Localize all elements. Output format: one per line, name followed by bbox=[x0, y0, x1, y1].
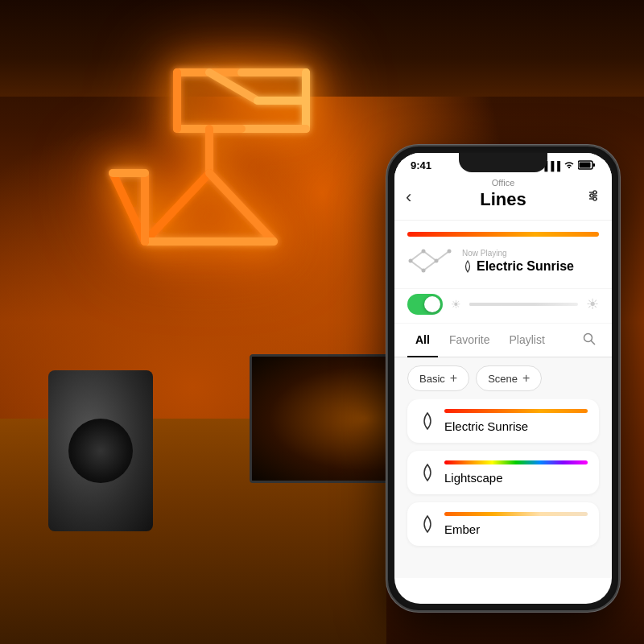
status-icons: ▐▐▐ bbox=[542, 160, 596, 171]
nanoleaf-lines-display bbox=[80, 48, 338, 274]
app-header: ‹ Office Lines bbox=[394, 175, 612, 221]
scene-gradient-electric-sunrise bbox=[444, 409, 588, 413]
svg-rect-17 bbox=[593, 163, 596, 167]
scene-info-ember: Ember bbox=[444, 512, 588, 536]
svg-line-7 bbox=[145, 173, 209, 242]
header-location: Office bbox=[407, 178, 599, 188]
svg-point-23 bbox=[593, 197, 597, 200]
now-playing-row: Now Playing Electric Sunrise bbox=[407, 245, 599, 277]
svg-line-25 bbox=[423, 251, 436, 261]
svg-line-26 bbox=[436, 251, 449, 261]
brightness-high-icon: ☀ bbox=[586, 295, 599, 313]
svg-line-10 bbox=[113, 173, 145, 242]
svg-point-31 bbox=[435, 259, 439, 263]
svg-line-13 bbox=[209, 72, 258, 101]
scene-gradient-ember bbox=[444, 512, 588, 516]
svg-point-19 bbox=[593, 191, 597, 194]
speaker bbox=[48, 370, 153, 531]
phone-device: 9:41 ▐▐▐ bbox=[386, 145, 620, 612]
now-playing-name: Electric Sunrise bbox=[462, 259, 599, 274]
scene-info-electric-sunrise: Electric Sunrise bbox=[444, 409, 588, 433]
screen-content: 9:41 ▐▐▐ bbox=[394, 153, 612, 578]
scene-gradient-lightscape bbox=[444, 460, 588, 464]
lines-device-icon bbox=[407, 245, 452, 277]
now-playing-section: Now Playing Electric Sunrise bbox=[394, 221, 612, 289]
scene-card-electric-sunrise[interactable]: Electric Sunrise bbox=[407, 399, 599, 443]
now-playing-label: Now Playing bbox=[462, 249, 599, 258]
svg-point-29 bbox=[409, 259, 413, 263]
brightness-low-icon: ☀ bbox=[451, 298, 461, 311]
scene-label: Scene bbox=[488, 373, 518, 385]
svg-rect-16 bbox=[580, 162, 591, 167]
phone-screen: 9:41 ▐▐▐ bbox=[394, 153, 612, 604]
settings-button[interactable] bbox=[586, 188, 601, 206]
basic-button[interactable]: Basic + bbox=[407, 365, 469, 391]
phone-body: 9:41 ▐▐▐ bbox=[386, 145, 620, 612]
scene-list-area: Basic + Scene + bbox=[394, 357, 612, 578]
scene-list: Electric Sunrise Lightscape bbox=[394, 399, 612, 554]
tab-all[interactable]: All bbox=[407, 324, 438, 357]
brightness-row: ☀ ☀ bbox=[394, 289, 612, 324]
wifi-icon bbox=[564, 160, 575, 171]
now-playing-info: Now Playing Electric Sunrise bbox=[462, 249, 599, 274]
svg-point-21 bbox=[590, 194, 593, 197]
now-playing-gradient bbox=[407, 232, 599, 237]
tab-favorite[interactable]: Favorite bbox=[441, 324, 498, 357]
tab-playlist[interactable]: Playlist bbox=[501, 324, 552, 357]
drop-icon bbox=[462, 259, 473, 274]
drop-icon-electric-sunrise bbox=[419, 411, 436, 431]
scene-button[interactable]: Scene + bbox=[476, 365, 542, 391]
brightness-slider[interactable] bbox=[469, 303, 578, 306]
scene-card-lightscape[interactable]: Lightscape bbox=[407, 451, 599, 494]
back-button[interactable]: ‹ bbox=[406, 187, 411, 208]
basic-label: Basic bbox=[419, 373, 445, 385]
svg-point-30 bbox=[422, 250, 426, 254]
status-time: 9:41 bbox=[411, 159, 431, 171]
basic-plus-icon: + bbox=[450, 371, 457, 386]
scene-name-lightscape: Lightscape bbox=[444, 471, 588, 485]
scene-name-electric-sunrise: Electric Sunrise bbox=[444, 419, 588, 433]
scene-name-ember: Ember bbox=[444, 522, 588, 536]
svg-point-32 bbox=[448, 250, 452, 254]
drop-icon-ember bbox=[419, 514, 436, 535]
scene-plus-icon: + bbox=[522, 371, 530, 386]
search-icon[interactable] bbox=[580, 324, 599, 357]
power-toggle[interactable] bbox=[407, 294, 443, 315]
tabs-row: All Favorite Playlist bbox=[394, 324, 612, 357]
scene-type-buttons: Basic + Scene + bbox=[394, 357, 612, 399]
svg-point-33 bbox=[422, 269, 426, 273]
svg-line-35 bbox=[591, 341, 595, 345]
scene-card-ember[interactable]: Ember bbox=[407, 502, 599, 546]
header-title: Lines bbox=[407, 189, 599, 210]
battery-icon bbox=[578, 160, 596, 171]
svg-line-24 bbox=[411, 251, 423, 261]
scene-info-lightscape: Lightscape bbox=[444, 460, 588, 485]
svg-line-8 bbox=[209, 173, 274, 242]
svg-line-27 bbox=[411, 261, 423, 270]
drop-icon-lightscape bbox=[419, 462, 436, 483]
svg-line-28 bbox=[423, 261, 436, 270]
phone-notch bbox=[459, 153, 547, 172]
